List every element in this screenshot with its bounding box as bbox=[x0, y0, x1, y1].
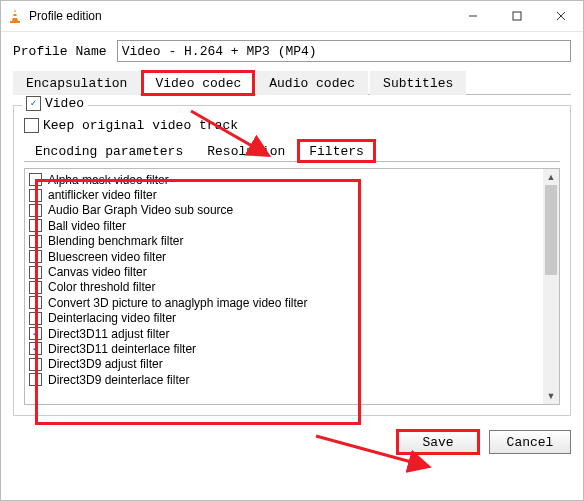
filter-label: Alpha mask video filter bbox=[48, 173, 169, 187]
filter-checkbox[interactable]: ✓ bbox=[29, 327, 42, 340]
profile-name-row: Profile Name bbox=[13, 40, 571, 62]
filter-item[interactable]: Audio Bar Graph Video sub source bbox=[27, 203, 541, 218]
filter-label: Direct3D11 deinterlace filter bbox=[48, 342, 196, 356]
filter-label: Color threshold filter bbox=[48, 280, 155, 294]
vlc-icon bbox=[7, 8, 23, 24]
tab-audio-codec[interactable]: Audio codec bbox=[256, 71, 368, 95]
filter-label: antiflicker video filter bbox=[48, 188, 157, 202]
video-checkbox-label: Video bbox=[45, 96, 84, 111]
filter-item[interactable]: Canvas video filter bbox=[27, 264, 541, 279]
tab-subtitles[interactable]: Subtitles bbox=[370, 71, 466, 95]
svg-rect-3 bbox=[12, 16, 18, 18]
filter-checkbox[interactable] bbox=[29, 204, 42, 217]
scroll-up-icon[interactable]: ▲ bbox=[543, 169, 559, 185]
scroll-track[interactable] bbox=[543, 185, 559, 388]
filter-checkbox[interactable] bbox=[29, 296, 42, 309]
filters-list-box: Alpha mask video filterantiflicker video… bbox=[24, 168, 560, 405]
filter-item[interactable]: Color threshold filter bbox=[27, 280, 541, 295]
profile-name-label: Profile Name bbox=[13, 44, 107, 59]
filter-checkbox[interactable] bbox=[29, 281, 42, 294]
filter-item[interactable]: ✓Direct3D11 adjust filter bbox=[27, 326, 541, 341]
filter-checkbox[interactable] bbox=[29, 358, 42, 371]
close-button[interactable] bbox=[539, 1, 583, 31]
keep-original-row[interactable]: Keep original video track bbox=[24, 118, 560, 133]
filter-checkbox[interactable] bbox=[29, 219, 42, 232]
filter-checkbox[interactable] bbox=[29, 250, 42, 263]
filter-checkbox[interactable] bbox=[29, 235, 42, 248]
filter-label: Deinterlacing video filter bbox=[48, 311, 176, 325]
filter-label: Bluescreen video filter bbox=[48, 250, 166, 264]
cancel-button[interactable]: Cancel bbox=[489, 430, 571, 454]
filter-item[interactable]: Blending benchmark filter bbox=[27, 234, 541, 249]
svg-rect-2 bbox=[13, 12, 17, 14]
filter-checkbox[interactable] bbox=[29, 189, 42, 202]
dialog-body: Profile Name Encapsulation Video codec A… bbox=[1, 32, 583, 466]
filters-list[interactable]: Alpha mask video filterantiflicker video… bbox=[25, 169, 543, 404]
titlebar: Profile edition bbox=[1, 1, 583, 32]
keep-original-label: Keep original video track bbox=[43, 118, 238, 133]
filter-checkbox[interactable] bbox=[29, 373, 42, 386]
scroll-down-icon[interactable]: ▼ bbox=[543, 388, 559, 404]
window-title: Profile edition bbox=[29, 9, 451, 23]
filter-checkbox[interactable] bbox=[29, 312, 42, 325]
video-checkbox-row[interactable]: ✓ Video bbox=[22, 96, 88, 111]
keep-original-checkbox[interactable] bbox=[24, 118, 39, 133]
filter-item[interactable]: Bluescreen video filter bbox=[27, 249, 541, 264]
minimize-button[interactable] bbox=[451, 1, 495, 31]
video-group: ✓ Video Keep original video track Encodi… bbox=[13, 105, 571, 416]
profile-edition-window: Profile edition Profile Name Encapsulati… bbox=[0, 0, 584, 501]
filter-label: Convert 3D picture to anaglyph image vid… bbox=[48, 296, 307, 310]
tab-filters[interactable]: Filters bbox=[298, 140, 375, 162]
tab-resolution[interactable]: Resolution bbox=[196, 140, 296, 162]
tab-encapsulation[interactable]: Encapsulation bbox=[13, 71, 140, 95]
filter-item[interactable]: Direct3D9 adjust filter bbox=[27, 357, 541, 372]
filter-label: Ball video filter bbox=[48, 219, 126, 233]
video-checkbox[interactable]: ✓ bbox=[26, 96, 41, 111]
outer-tabs: Encapsulation Video codec Audio codec Su… bbox=[13, 70, 571, 95]
filter-label: Direct3D9 adjust filter bbox=[48, 357, 163, 371]
filter-label: Direct3D9 deinterlace filter bbox=[48, 373, 189, 387]
filter-label: Blending benchmark filter bbox=[48, 234, 183, 248]
svg-marker-0 bbox=[12, 9, 18, 21]
inner-tabs: Encoding parameters Resolution Filters bbox=[24, 139, 560, 162]
filter-checkbox[interactable] bbox=[29, 266, 42, 279]
filter-item[interactable]: Deinterlacing video filter bbox=[27, 311, 541, 326]
filter-item[interactable]: Convert 3D picture to anaglyph image vid… bbox=[27, 295, 541, 310]
svg-rect-1 bbox=[10, 21, 20, 23]
svg-rect-5 bbox=[513, 12, 521, 20]
scrollbar[interactable]: ▲ ▼ bbox=[543, 169, 559, 404]
dialog-buttons: Save Cancel bbox=[13, 430, 571, 454]
tab-video-codec[interactable]: Video codec bbox=[142, 71, 254, 95]
filter-label: Direct3D11 adjust filter bbox=[48, 327, 169, 341]
filter-item[interactable]: Direct3D9 deinterlace filter bbox=[27, 372, 541, 387]
filter-label: Audio Bar Graph Video sub source bbox=[48, 203, 233, 217]
filter-label: Canvas video filter bbox=[48, 265, 147, 279]
filter-item[interactable]: antiflicker video filter bbox=[27, 187, 541, 202]
maximize-button[interactable] bbox=[495, 1, 539, 31]
profile-name-input[interactable] bbox=[117, 40, 571, 62]
filter-item[interactable]: Ball video filter bbox=[27, 218, 541, 233]
filter-item[interactable]: ✓Direct3D11 deinterlace filter bbox=[27, 341, 541, 356]
window-controls bbox=[451, 1, 583, 31]
filter-item[interactable]: Alpha mask video filter bbox=[27, 172, 541, 187]
save-button[interactable]: Save bbox=[397, 430, 479, 454]
filter-checkbox[interactable]: ✓ bbox=[29, 342, 42, 355]
scroll-thumb[interactable] bbox=[545, 185, 557, 275]
tab-encoding-parameters[interactable]: Encoding parameters bbox=[24, 140, 194, 162]
filter-checkbox[interactable] bbox=[29, 173, 42, 186]
